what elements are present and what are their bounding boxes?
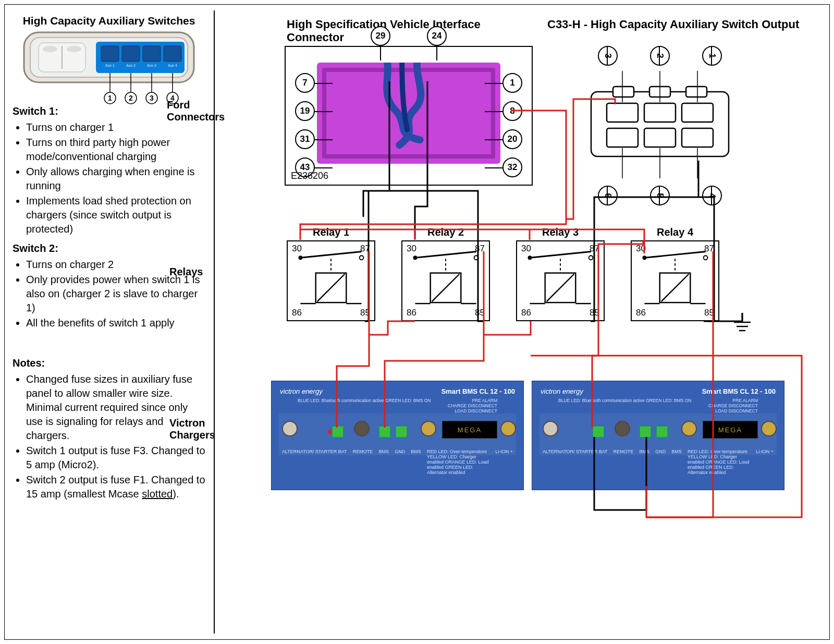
hsvic-pin-8: 8: [502, 101, 522, 121]
relay-3-title: Relay 3: [516, 226, 605, 238]
aux-pin-2: 2: [129, 94, 133, 102]
victron-charger-2: victron energy Smart BMS CL 12 - 100 BLU…: [532, 381, 784, 490]
relay-4: Relay 4 30 87 86 85: [631, 226, 719, 321]
slotted-underline: slotted: [142, 488, 173, 500]
c33-pin-4: 4: [702, 186, 722, 205]
c33-pin-2: 2: [650, 46, 670, 66]
svg-point-64: [704, 256, 708, 260]
svg-rect-29: [607, 128, 638, 147]
victron-chargers-label: Victron Chargers: [169, 417, 222, 441]
switch-description-text: Switch 1: Turns on charger 1 Turns on th…: [13, 104, 205, 501]
charger-2-lbl-remote: REMOTE: [614, 449, 634, 475]
charger-1-lbl-bms2: BMS: [411, 449, 421, 475]
svg-line-54: [530, 252, 591, 258]
charger-1-mega-fuse: MEGA: [442, 421, 497, 439]
charger-2-led-left: BLUE LED: Bluetooth communication active…: [558, 398, 692, 414]
hsvic-ecode: E236206: [291, 171, 328, 181]
charger-1-lbl-remote: REMOTE: [353, 449, 373, 475]
charger-2-fused-terminal: [681, 421, 697, 436]
hsvic-pin-20: 20: [502, 129, 522, 149]
svg-point-55: [528, 256, 532, 260]
switch1-item-2: Only allows charging when engine is runn…: [26, 165, 205, 193]
charger-1-lbl-gnd: GND: [395, 449, 405, 475]
svg-line-62: [644, 252, 705, 258]
charger-1-model: Smart BMS CL 12 - 100: [441, 387, 515, 395]
hsvic-pin-31: 31: [295, 129, 315, 149]
charger-2-lbl-liion: Li-ION +: [756, 449, 774, 475]
svg-point-48: [474, 256, 479, 260]
hsvic-pin-1: 1: [502, 73, 522, 93]
svg-rect-7: [101, 46, 119, 62]
charger-2-lbl-bms: BMS: [639, 449, 649, 475]
svg-rect-31: [682, 128, 713, 147]
charger-2-brand: victron energy: [541, 387, 583, 395]
svg-rect-26: [607, 103, 638, 122]
relay-2: Relay 2 30 87 86 85: [401, 226, 490, 321]
hsvic-connector: 29 24 7 19 31 43 1 8 20 32 E236206: [285, 46, 533, 186]
svg-point-56: [589, 256, 593, 260]
switch2-item-2: All the benefits of switch 1 apply: [26, 316, 205, 330]
charger-2-led-right: RED LED: Over-temperature YELLOW LED: Ch…: [688, 449, 750, 475]
svg-line-46: [415, 252, 476, 258]
svg-rect-9: [143, 46, 161, 62]
charger-2-remote-port: [593, 426, 604, 438]
svg-rect-10: [164, 46, 181, 62]
charger-2-liion-terminal: [761, 421, 777, 436]
c33-title: C33-H - High Capacity Auxiliary Switch O…: [547, 18, 834, 31]
relay-4-title: Relay 4: [631, 226, 719, 238]
charger-1-lbl-liion: Li-ION +: [495, 449, 513, 475]
hsvic-pin-7: 7: [295, 73, 315, 93]
charger-2-model: Smart BMS CL 12 - 100: [702, 387, 776, 395]
hsvic-pin-19: 19: [295, 101, 315, 121]
c33-pin-3: 3: [598, 46, 618, 66]
aux-pin-1: 1: [108, 94, 112, 102]
diagram-area: High Specification Vehicle Interface Con…: [219, 10, 824, 634]
charger-1-led-right: RED LED: Over-temperature YELLOW LED: Ch…: [427, 449, 489, 475]
charger-2-mega-fuse: MEGA: [703, 421, 758, 439]
relays-label: Relays: [169, 266, 219, 278]
charger-2-alt-terminal: [543, 421, 558, 436]
relay-1: Relay 1 30 87 86 85: [287, 226, 375, 321]
charger-1-led-left: BLUE LED: Bluetooth communication active…: [298, 398, 431, 414]
hsvic-cable-icon: [317, 63, 500, 166]
ford-connectors-label: Ford Connectors: [167, 99, 216, 123]
switch1-item-3: Implements load shed protection on charg…: [26, 194, 205, 236]
hsvic-pin-29: 29: [371, 26, 390, 46]
svg-text:Aux 4: Aux 4: [168, 64, 177, 67]
victron-charger-1: victron energy Smart BMS CL 12 - 100 BLU…: [271, 381, 524, 490]
svg-text:Aux 3: Aux 3: [147, 64, 156, 67]
notes-head: Notes:: [13, 356, 205, 370]
charger-2-bms-terminal: [615, 421, 630, 436]
svg-rect-28: [682, 103, 713, 122]
charger-1-remote-port: [332, 426, 344, 438]
svg-rect-8: [122, 46, 140, 62]
charger-2-lbl-gnd: GND: [655, 449, 666, 475]
svg-rect-27: [644, 103, 676, 122]
charger-1-bms-terminal: [354, 421, 370, 436]
charger-1-alt-terminal: [282, 421, 298, 436]
charger-1-brand: victron energy: [280, 387, 323, 395]
charger-1-indicators: PRE ALARMCHARGE DISCONNECTLOAD DISCONNEC…: [448, 398, 497, 414]
notes-item-2: Switch 2 output is fuse F1. Changed to 1…: [26, 473, 205, 501]
charger-2-lbl-bms2: BMS: [671, 449, 682, 475]
aux-switches-title: High Capacity Auxiliary Switches: [13, 15, 205, 27]
c33-pin-1: 1: [702, 46, 722, 66]
c33h-connector: 3 2 1 6 5 4: [582, 71, 738, 180]
svg-point-47: [413, 256, 418, 260]
svg-line-38: [300, 252, 361, 258]
aux-pin-3: 3: [150, 94, 154, 102]
svg-rect-30: [644, 128, 676, 147]
svg-text:Aux 1: Aux 1: [105, 64, 115, 67]
switch2-head: Switch 2:: [13, 241, 205, 256]
charger-2-gnd-port: [640, 426, 651, 438]
charger-1-lbl-alt: ALTERNATOR/ STARTER BAT: [282, 449, 347, 475]
svg-point-40: [360, 256, 364, 260]
svg-point-5: [67, 46, 81, 52]
relay-3: Relay 3 30 87 86 85: [516, 226, 605, 321]
svg-point-63: [643, 256, 647, 260]
c33-pin-6: 6: [598, 186, 618, 205]
svg-point-39: [299, 256, 303, 260]
charger-1-bms2-port: [396, 426, 407, 438]
svg-text:Aux 2: Aux 2: [126, 64, 136, 67]
switch1-list: Turns on charger 1 Turns on third party …: [26, 120, 205, 236]
